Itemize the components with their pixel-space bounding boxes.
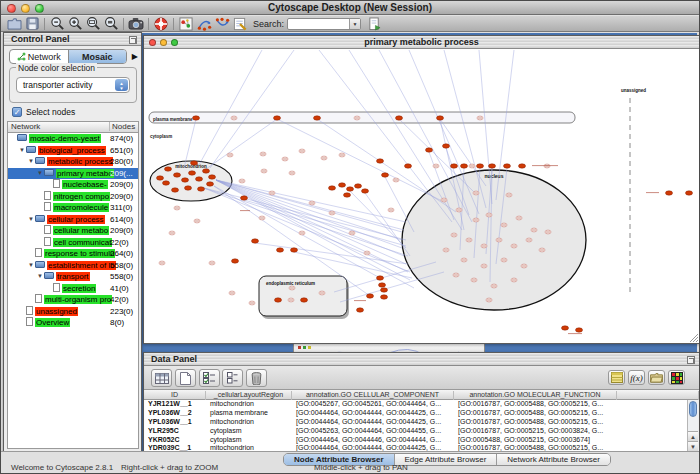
annotation-icon[interactable] <box>231 16 249 31</box>
network-node-selected[interactable] <box>451 164 458 168</box>
attribute-editor-icon[interactable] <box>608 370 625 385</box>
vertical-scrollbar[interactable]: ▲ ▼ <box>687 400 698 451</box>
network-node-selected[interactable] <box>241 196 248 200</box>
network-node-selected[interactable] <box>198 187 205 191</box>
network-node-selected[interactable] <box>344 193 351 197</box>
column-header-cellular-component[interactable]: annotation.GO CELLULAR_COMPONENT <box>292 391 454 400</box>
zoom-fit-icon[interactable] <box>102 16 120 31</box>
network-node-selected[interactable] <box>362 189 369 193</box>
layout-icon-b[interactable] <box>213 16 231 31</box>
network-node-selected[interactable] <box>666 191 673 195</box>
tree-row[interactable]: mosaic-demo-yeast874(0) <box>8 133 138 145</box>
tree-row[interactable]: secretion41(0) <box>8 283 138 295</box>
new-page-icon[interactable] <box>175 369 196 387</box>
resize-grip-icon[interactable] <box>690 334 698 342</box>
network-node-selected[interactable] <box>203 169 210 173</box>
unselect-attributes-icon[interactable] <box>222 369 243 387</box>
disclosure-triangle-icon[interactable]: ▼ <box>18 145 26 157</box>
network-node-selected[interactable] <box>209 175 216 179</box>
network-node-selected[interactable] <box>519 164 526 168</box>
tree-row[interactable]: multi-organism pro42(0) <box>8 294 138 306</box>
network-node-selected[interactable] <box>357 308 364 312</box>
network-node-selected[interactable] <box>686 191 693 195</box>
network-node-selected[interactable] <box>301 298 308 302</box>
network-node-selected[interactable] <box>339 183 346 187</box>
tree-row[interactable]: ▼cellular process614(0) <box>8 214 138 226</box>
network-node-selected[interactable] <box>381 295 388 299</box>
network-node-selected[interactable] <box>185 186 192 190</box>
float-panel-icon[interactable] <box>129 36 137 44</box>
table-row[interactable]: YJR121W__1mitochondrion[GO:0045267, GO:0… <box>144 400 687 409</box>
network-node-selected[interactable] <box>329 186 336 190</box>
data-panel-titlebar[interactable]: Data Panel <box>144 353 699 366</box>
column-header-molecular-function[interactable]: annotation.GO MOLECULAR_FUNCTION <box>454 391 617 400</box>
chevron-down-icon[interactable]: ▼ <box>349 19 360 29</box>
trash-icon[interactable] <box>246 369 267 387</box>
table-row[interactable]: YKR052Ccytoplasm[GO:0044464, GO:0044446,… <box>144 436 687 445</box>
tree-row[interactable]: response to stimulu264(0) <box>8 248 138 260</box>
control-panel[interactable]: Control Panel Network Mosaic ▶ Node colo… <box>3 32 142 453</box>
table-icon[interactable] <box>151 369 172 387</box>
network-node-selected[interactable] <box>274 116 281 120</box>
scroll-down-icon[interactable]: ▼ <box>688 441 698 451</box>
network-node-selected[interactable] <box>174 173 181 177</box>
tab-network-attribute-browser[interactable]: Network Attribute Browser <box>496 454 609 465</box>
tab-network[interactable]: Network <box>10 50 68 63</box>
vizmapper-icon[interactable] <box>177 16 195 31</box>
float-panel-icon[interactable] <box>687 356 695 364</box>
network-node-selected[interactable] <box>437 116 444 120</box>
tree-row[interactable]: ▼metabolic process280(0) <box>8 156 138 168</box>
network-canvas[interactable]: plasma membrane cytoplasm mitochondrion … <box>144 50 699 343</box>
help-icon[interactable] <box>152 16 170 31</box>
network-node-selected[interactable] <box>379 283 386 287</box>
network-node-selected[interactable] <box>207 182 214 186</box>
network-node-selected[interactable] <box>426 148 433 152</box>
tree-row[interactable]: cellular metabo209(0) <box>8 225 138 237</box>
network-node-selected[interactable] <box>504 164 511 168</box>
table-row[interactable]: YLR295Ccytoplasm[GO:0045263, GO:0044464,… <box>144 427 687 436</box>
search-combobox[interactable]: ▼ <box>287 18 361 30</box>
network-node-selected[interactable] <box>275 298 282 302</box>
data-table[interactable]: YJR121W__1mitochondrion[GO:0045267, GO:0… <box>144 400 687 451</box>
network-node-selected[interactable] <box>377 159 384 163</box>
scroll-up-icon[interactable]: ▲ <box>688 431 698 441</box>
network-node-selected[interactable] <box>562 326 569 330</box>
data-table-header[interactable]: ID _cellularLayoutRegion annotation.GO C… <box>144 390 699 400</box>
network-node-selected[interactable] <box>277 248 284 252</box>
network-node-selected[interactable] <box>165 167 172 171</box>
select-nodes-checkbox[interactable]: ✓ <box>12 107 22 117</box>
network-node-selected[interactable] <box>291 248 298 252</box>
tree-header-network[interactable]: Network <box>11 122 40 131</box>
tree-row[interactable]: unassigned223(0) <box>8 306 138 318</box>
control-panel-titlebar[interactable]: Control Panel <box>4 33 141 46</box>
table-row[interactable]: YPL036W__1mitochondrion[GO:0044464, GO:0… <box>144 418 687 427</box>
tree-row[interactable]: cell communicat22(0) <box>8 237 138 249</box>
tree-row[interactable]: nucleobase-209(0) <box>8 179 138 191</box>
combobox-stepper-icon[interactable]: ▲▼ <box>115 79 128 91</box>
network-node-selected[interactable] <box>461 164 468 168</box>
network-node-selected[interactable] <box>191 161 198 165</box>
tab-mosaic[interactable]: Mosaic <box>68 50 127 63</box>
network-node-selected[interactable] <box>189 171 196 175</box>
disclosure-triangle-icon[interactable]: ▼ <box>36 168 44 180</box>
save-icon[interactable] <box>23 16 41 31</box>
matrix-icon[interactable] <box>668 370 685 385</box>
network-node-selected[interactable] <box>193 116 200 120</box>
network-node-selected[interactable] <box>377 276 384 280</box>
network-node-selected[interactable] <box>443 144 450 148</box>
network-node-selected[interactable] <box>367 294 374 298</box>
zoom-region-icon[interactable] <box>84 16 102 31</box>
tree-header-nodes[interactable]: Nodes <box>109 122 138 131</box>
network-node-selected[interactable] <box>157 176 164 180</box>
tree-row[interactable]: nitrogen compo209(0) <box>8 191 138 203</box>
data-panel-window[interactable]: Data Panel f(x) ID _cellularLayoutRegion… <box>143 352 700 453</box>
disclosure-triangle-icon[interactable]: ▼ <box>36 271 44 283</box>
network-node-selected[interactable] <box>576 328 583 332</box>
network-node-selected[interactable] <box>182 178 189 182</box>
network-window-titlebar[interactable]: primary metabolic process <box>144 36 699 49</box>
zoom-in-icon[interactable] <box>66 16 84 31</box>
network-node-selected[interactable] <box>232 259 239 263</box>
network-node-selected[interactable] <box>314 116 321 120</box>
tree-header[interactable]: Network Nodes <box>8 122 138 133</box>
tab-edge-attribute-browser[interactable]: Edge Attribute Browser <box>394 454 497 465</box>
